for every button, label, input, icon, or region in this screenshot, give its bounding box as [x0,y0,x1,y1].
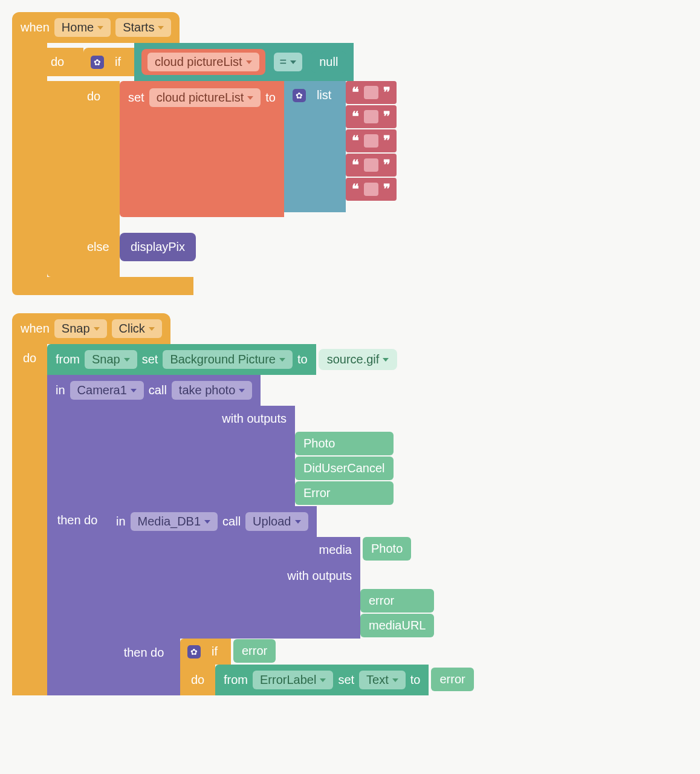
error-variable[interactable]: error [233,639,276,663]
call-method-block[interactable]: in Camera1 call take photo [47,375,261,406]
cloud-variable-dropdown[interactable]: cloud pictureList [149,88,261,107]
property-dropdown[interactable]: Background Picture [163,350,293,369]
gear-icon[interactable]: ✿ [91,56,104,69]
media-label: media [319,543,352,556]
text-input[interactable] [364,183,378,196]
chevron-down-icon [392,678,398,682]
event-hat[interactable]: when Snap Click [12,313,170,344]
then-do-label: then do [124,646,164,660]
close-quote-icon: ❞ [383,133,391,149]
equals-block[interactable]: cloud pictureList = null [134,43,354,81]
close-quote-icon: ❞ [383,181,391,197]
component-dropdown[interactable]: Snap [85,350,137,369]
chevron-down-icon [94,327,100,331]
set-variable-block[interactable]: set cloud pictureList to [120,81,284,114]
event-dropdown[interactable]: Click [112,319,162,338]
event-dropdown[interactable]: Starts [115,18,171,37]
open-quote-icon: ❝ [352,181,359,197]
text-string-block[interactable]: ❝ ❞ [346,178,397,201]
to-keyword: to [410,673,421,687]
component-dropdown[interactable]: Media_DB1 [131,512,218,531]
chevron-down-icon [204,520,210,524]
property-dropdown[interactable]: Text [359,671,406,689]
operator-dropdown[interactable]: = [274,53,303,71]
text-input[interactable] [364,134,378,148]
set-keyword: set [142,353,158,366]
open-quote-icon: ❝ [352,109,359,125]
output-didusercancel[interactable]: DidUserCancel [295,457,394,480]
chevron-down-icon [124,358,130,362]
if-keyword: if [109,55,127,69]
with-outputs-label: with outputs [222,412,287,425]
chevron-down-icon [246,60,252,64]
output-photo[interactable]: Photo [295,432,394,455]
when-keyword: when [21,322,50,336]
when-home-starts-block[interactable]: when Home Starts do ✿ if [12,12,688,295]
method-dropdown[interactable]: take photo [172,381,252,400]
if-keyword: if [206,645,224,659]
if-block[interactable]: ✿ if [180,639,231,665]
from-keyword: from [56,353,80,366]
from-keyword: from [224,673,248,687]
chevron-down-icon [383,358,389,362]
with-outputs-label: with outputs [287,569,352,582]
chevron-down-icon [149,327,155,331]
output-error[interactable]: error [360,589,434,613]
call-keyword: call [149,383,167,397]
chevron-down-icon [247,96,253,100]
text-string-block[interactable]: ❝ ❞ [346,81,397,104]
set-keyword: set [128,91,144,105]
gear-icon[interactable]: ✿ [293,89,306,102]
gear-icon[interactable]: ✿ [187,645,201,659]
photo-variable[interactable]: Photo [363,537,411,561]
do-label: do [191,673,204,687]
event-hat[interactable]: when Home Starts [12,12,180,43]
list-block[interactable]: ✿ list [284,81,346,109]
in-keyword: in [116,515,126,528]
text-string-block[interactable]: ❝ ❞ [346,105,397,128]
text-input[interactable] [364,158,378,172]
set-keyword: set [338,673,354,687]
method-dropdown[interactable]: Upload [245,512,308,531]
then-do-label: then do [57,513,98,527]
list-keyword: list [311,88,337,102]
null-block[interactable]: null [311,51,346,73]
chevron-down-icon [279,358,285,362]
set-property-block[interactable]: from Snap set Background Picture to [47,344,316,375]
text-string-block[interactable]: ❝ ❞ [346,154,397,177]
do-label: do [23,351,36,365]
if-block[interactable]: ✿ if [83,48,134,76]
open-quote-icon: ❝ [352,85,359,100]
open-quote-icon: ❝ [352,157,359,173]
text-input[interactable] [364,86,378,99]
when-keyword: when [21,21,50,34]
call-keyword: call [222,515,241,528]
text-string-block[interactable]: ❝ ❞ [346,129,397,152]
component-dropdown[interactable]: ErrorLabel [253,671,333,689]
variable-get-block[interactable]: cloud pictureList [141,49,265,75]
asset-dropdown[interactable]: source.gif [319,349,398,370]
to-keyword: to [297,353,308,366]
screen-dropdown[interactable]: Home [54,18,111,37]
in-keyword: in [56,383,65,397]
close-quote-icon: ❞ [383,109,391,125]
component-dropdown[interactable]: Snap [54,319,107,338]
when-snap-click-block[interactable]: when Snap Click do from Snap [12,313,688,695]
output-mediaurl[interactable]: mediaURL [360,614,434,637]
chevron-down-icon [158,26,164,30]
call-upload-block[interactable]: in Media_DB1 call Upload [108,506,317,537]
do-label: do [47,48,83,76]
cloud-variable-dropdown[interactable]: cloud pictureList [147,53,259,71]
output-error[interactable]: Error [295,481,394,505]
set-errorlabel-text-block[interactable]: from ErrorLabel set Text [215,665,429,695]
chevron-down-icon [97,26,103,30]
chevron-down-icon [239,389,245,392]
do-label: do [83,81,120,217]
close-quote-icon: ❞ [383,85,391,100]
open-quote-icon: ❝ [352,133,359,149]
text-input[interactable] [364,110,378,123]
to-keyword: to [265,91,276,105]
displaypix-call-block[interactable]: displayPix [120,233,196,261]
component-dropdown[interactable]: Camera1 [70,381,144,400]
error-variable[interactable]: error [431,668,473,691]
